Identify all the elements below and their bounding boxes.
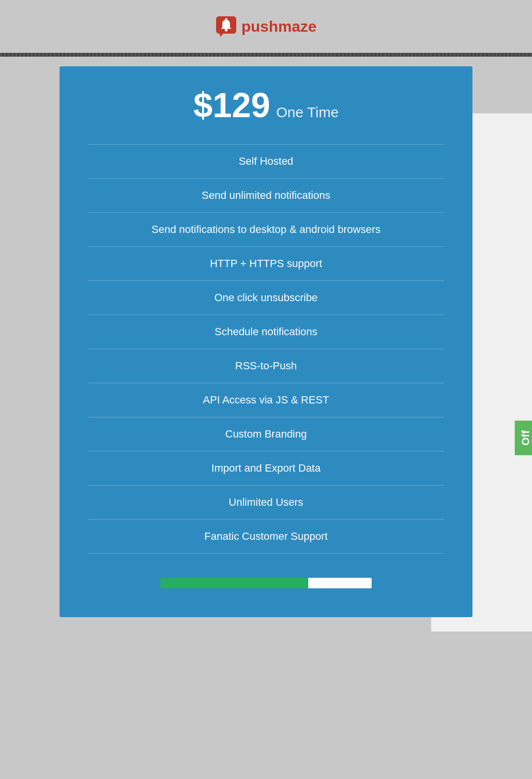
price-amount: $129 (193, 86, 270, 124)
feature-item: Send notifications to desktop & android … (88, 213, 444, 247)
feature-item: API Access via JS & REST (88, 383, 444, 417)
svg-marker-1 (219, 34, 223, 37)
divider (0, 53, 532, 57)
feature-item: HTTP + HTTPS support (88, 247, 444, 281)
svg-rect-3 (225, 18, 227, 20)
feature-item: Fanatic Customer Support (88, 520, 444, 554)
svg-point-2 (225, 29, 228, 32)
bell-icon (216, 16, 237, 37)
logo-text: pushmaze (242, 18, 316, 36)
feature-item: RSS-to-Push (88, 349, 444, 383)
feature-item: Unlimited Users (88, 486, 444, 520)
feature-item: Self Hosted (88, 144, 444, 179)
feature-item: Send unlimited notifications (88, 179, 444, 213)
features-list: Self HostedSend unlimited notificationsS… (88, 144, 444, 554)
price-period: One Time (276, 104, 339, 120)
logo: pushmaze (216, 16, 316, 37)
progress-bar (160, 578, 372, 588)
feature-item: Schedule notifications (88, 315, 444, 349)
price-section: $129 One Time (88, 85, 444, 125)
feature-item: One click unsubscribe (88, 281, 444, 315)
main-content: Off $129 One Time Self HostedSend unlimi… (0, 57, 532, 632)
progress-container (88, 578, 444, 588)
off-button[interactable]: Off (515, 421, 532, 455)
feature-item: Import and Export Data (88, 451, 444, 486)
header: pushmaze (0, 0, 532, 53)
pricing-card: $129 One Time Self HostedSend unlimited … (60, 66, 472, 617)
progress-fill (160, 578, 308, 588)
progress-empty (308, 578, 372, 588)
feature-item: Custom Branding (88, 417, 444, 451)
